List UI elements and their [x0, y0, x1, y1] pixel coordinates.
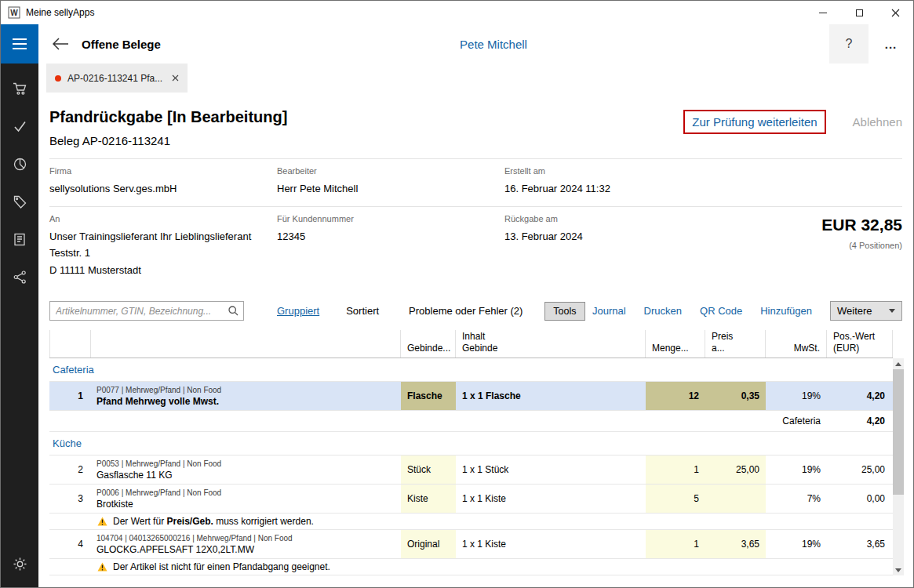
- reject-button[interactable]: Ablehnen: [853, 115, 902, 129]
- forward-for-review-button[interactable]: Zur Prüfung weiterleiten: [683, 110, 825, 134]
- total-positions: (4 Positionen): [732, 241, 902, 250]
- menge-cell[interactable]: 5: [646, 485, 705, 513]
- help-button[interactable]: ?: [829, 24, 868, 64]
- group-header-row: Cafeteria: [49, 358, 893, 382]
- article-name: Brotkiste: [96, 499, 133, 510]
- more-actions-dropdown[interactable]: Weitere: [830, 301, 902, 321]
- journal-link[interactable]: Journal: [592, 305, 626, 317]
- warning-row: Der Artikel ist nicht für einen Pfandabg…: [49, 559, 893, 575]
- gear-icon: [13, 557, 27, 572]
- tools-button[interactable]: Tools: [544, 302, 584, 321]
- field-value: Unser Trainingslieferant Ihr Lieblingsli…: [49, 230, 277, 278]
- column-header-rownum[interactable]: [49, 330, 91, 358]
- position-row[interactable]: 1P0077 | Mehrweg/Pfand | Non FoodPfand M…: [49, 382, 893, 411]
- sidebar-item-reports[interactable]: [1, 145, 38, 183]
- recipient-line: Unser Trainingslieferant Ihr Lieblingsli…: [49, 230, 277, 244]
- window-controls: [805, 1, 913, 24]
- maximize-button[interactable]: [841, 1, 877, 24]
- warning-message: Der Artikel ist nicht für einen Pfandabg…: [91, 559, 893, 575]
- close-icon: [172, 74, 179, 82]
- sort-toggle[interactable]: Sortiert: [346, 305, 379, 317]
- tab-label: AP-0216-113241 Pfa...: [67, 73, 162, 84]
- tab-close-button[interactable]: [172, 74, 179, 82]
- inhalt-cell: 1 x 1 Stück: [456, 456, 646, 484]
- column-header-menge[interactable]: Menge...: [646, 330, 705, 358]
- sidebar-item-share[interactable]: [1, 258, 38, 296]
- row-number-cell: 1: [49, 382, 91, 410]
- preis-cell[interactable]: 0,35: [705, 382, 766, 410]
- sidebar-item-cart[interactable]: [1, 70, 38, 107]
- menge-cell[interactable]: 1: [646, 530, 705, 558]
- search-icon: [228, 306, 239, 316]
- article-cell: P0077 | Mehrweg/Pfand | Non FoodPfand Me…: [91, 382, 401, 410]
- warning-text: Der Artikel ist nicht für einen Pfandabg…: [113, 561, 330, 572]
- menge-cell[interactable]: 1: [646, 456, 705, 484]
- gebinde-cell[interactable]: Kiste: [401, 485, 456, 513]
- column-header-wert[interactable]: Pos.-Wert (EUR): [827, 330, 893, 358]
- group-toggle[interactable]: Gruppiert: [277, 305, 319, 317]
- page-title: Offene Belege: [82, 38, 161, 51]
- wert-cell: 3,65: [827, 530, 893, 558]
- more-button[interactable]: ...: [868, 24, 913, 64]
- sidebar-item-tasks[interactable]: [1, 107, 38, 145]
- mwst-cell: 19%: [766, 530, 827, 558]
- position-row[interactable]: 4104704 | 04013265000216 | Mehrweg/Pfand…: [49, 530, 893, 559]
- article-name: Pfand Mehrweg volle Mwst.: [96, 397, 219, 407]
- menge-cell[interactable]: 12: [646, 382, 705, 410]
- search-button[interactable]: [223, 302, 243, 320]
- checkmark-icon: [13, 121, 27, 132]
- article-meta: P0006 | Mehrweg/Pfand | Non Food: [96, 488, 221, 497]
- tab-strip: AP-0216-113241 Pfa...: [38, 64, 913, 93]
- scroll-up-button[interactable]: [893, 358, 904, 369]
- mwst-cell: 19%: [766, 382, 827, 410]
- group-label: Cafeteria: [53, 364, 94, 376]
- column-header-gebinde[interactable]: Gebinde...: [401, 330, 456, 358]
- field-an: An Unser Trainingslieferant Ihr Liebling…: [49, 214, 277, 281]
- position-row[interactable]: 3P0006 | Mehrweg/Pfand | Non FoodBrotkis…: [49, 485, 893, 514]
- preis-cell[interactable]: 25,00: [705, 456, 766, 484]
- position-row[interactable]: 2P0053 | Mehrweg/Pfand | Non FoodGasflas…: [49, 456, 893, 485]
- table-body: Cafeteria1P0077 | Mehrweg/Pfand | Non Fo…: [49, 358, 893, 575]
- scroll-down-button[interactable]: [893, 564, 904, 575]
- document-tab[interactable]: AP-0216-113241 Pfa...: [46, 64, 188, 93]
- user-link[interactable]: Pete Mitchell: [460, 38, 527, 51]
- column-header-article[interactable]: [91, 330, 401, 358]
- sidebar-item-settings[interactable]: [1, 545, 38, 583]
- column-header-inhalt[interactable]: Inhalt Gebinde: [456, 330, 646, 358]
- close-button[interactable]: [877, 1, 913, 24]
- minimize-button[interactable]: [805, 1, 841, 24]
- minimize-icon: [819, 13, 827, 13]
- positions-table: Gebinde... Inhalt Gebinde Menge... Preis…: [49, 330, 904, 575]
- scroll-thumb[interactable]: [893, 369, 904, 495]
- add-link[interactable]: Hinzufügen: [760, 305, 812, 317]
- menu-button[interactable]: [1, 24, 38, 64]
- gebinde-cell[interactable]: Original: [401, 530, 456, 558]
- inhalt-cell: 1 x 1 Flasche: [456, 382, 646, 410]
- inhalt-cell: 1 x 1 Kiste: [456, 530, 646, 558]
- back-button[interactable]: [49, 32, 72, 56]
- row-number-cell: 4: [49, 530, 91, 558]
- preis-cell[interactable]: [705, 485, 766, 513]
- column-header-preis[interactable]: Preis a...: [705, 330, 766, 358]
- gebinde-cell[interactable]: Flasche: [401, 382, 456, 410]
- column-header-mwst[interactable]: MwSt.: [766, 330, 827, 358]
- search-input[interactable]: [50, 306, 223, 317]
- document-total: EUR 32,85 (4 Positionen): [732, 214, 902, 281]
- field-label: Firma: [49, 166, 277, 176]
- print-link[interactable]: Drucken: [644, 305, 682, 317]
- arrow-left-icon: [53, 38, 69, 50]
- group-subtotal-row: Cafeteria4,20: [49, 411, 893, 432]
- mwst-cell: 19%: [766, 456, 827, 484]
- problems-filter[interactable]: Probleme oder Fehler (2): [409, 305, 523, 317]
- more-actions-label: Weitere: [837, 305, 872, 317]
- wert-cell: 4,20: [827, 382, 893, 410]
- app-logo-icon: W: [8, 6, 20, 19]
- scroll-track[interactable]: [893, 369, 904, 564]
- sidebar-item-journal[interactable]: [1, 220, 38, 258]
- qr-code-link[interactable]: QR Code: [700, 305, 742, 317]
- table-scrollbar[interactable]: [893, 358, 904, 575]
- preis-cell[interactable]: 3,65: [705, 530, 766, 558]
- sidebar-item-labels[interactable]: [1, 183, 38, 220]
- main-content: Pfandrückgabe [In Bearbeitung] Beleg AP-…: [38, 93, 913, 587]
- gebinde-cell[interactable]: Stück: [401, 456, 456, 484]
